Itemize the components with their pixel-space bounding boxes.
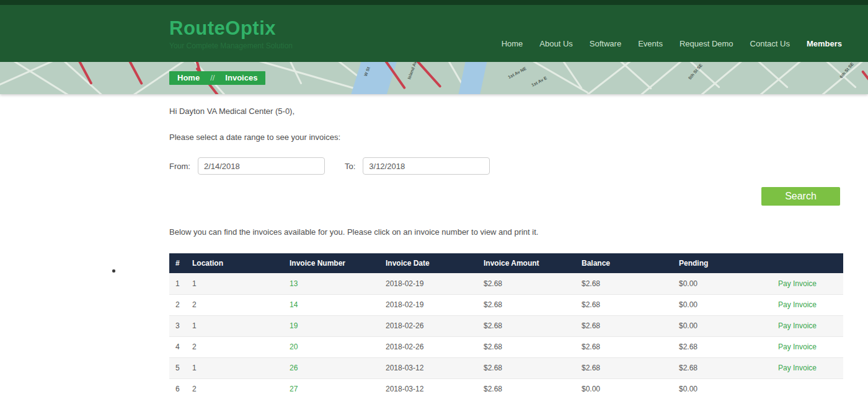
balance-cell: $2.68	[582, 357, 679, 378]
nav-item-about-us[interactable]: About Us	[539, 39, 572, 48]
nav-item-home[interactable]: Home	[502, 39, 523, 48]
map-road	[788, 62, 868, 94]
pay-invoice-cell-link[interactable]: Pay Invoice	[778, 279, 817, 288]
row-number-cell: 4	[169, 336, 192, 357]
invoice-amount-cell: $2.68	[484, 294, 582, 315]
invoice-date-cell: 2018-02-19	[386, 273, 484, 294]
row-number-cell: 5	[169, 357, 192, 378]
location-cell: 2	[192, 294, 290, 315]
to-date-input[interactable]	[363, 157, 490, 175]
invoice-number-cell: 19	[290, 315, 386, 336]
pending-cell: $0.00	[679, 315, 776, 336]
invoice-amount-cell: $2.68	[484, 378, 582, 397]
pending-cell: $0.00	[679, 378, 776, 397]
pay-invoice-cell: Pay Invoice	[776, 336, 843, 357]
breadcrumb: Home // Invoices	[169, 71, 265, 85]
column-header-number: #	[169, 253, 192, 273]
breadcrumb-current: Invoices	[225, 73, 257, 82]
stray-bullet-dot	[112, 269, 115, 273]
map-banner: W St Island Ave 1st Av NE 1st Av E 5th S…	[0, 62, 868, 94]
location-cell: 1	[192, 315, 290, 336]
breadcrumb-home-link[interactable]: Home	[177, 73, 200, 82]
invoice-date-cell: 2018-02-19	[386, 294, 484, 315]
pending-cell: $2.68	[679, 336, 776, 357]
map-road	[718, 62, 788, 89]
map-road	[582, 62, 652, 90]
invoice-date-cell: 2018-02-26	[386, 315, 484, 336]
invoice-row: 51262018-03-12$2.68$2.68$2.68Pay Invoice	[169, 357, 843, 378]
pay-invoice-cell-link[interactable]: Pay Invoice	[778, 364, 817, 372]
invoice-row: 62272018-03-12$2.68$0.00$0.00	[169, 378, 843, 397]
pending-cell: $0.00	[679, 294, 776, 315]
page: RouteOptix Your Complete Management Solu…	[0, 0, 868, 397]
row-number-cell: 6	[169, 378, 192, 397]
invoice-number-cell-link[interactable]: 13	[290, 279, 298, 288]
column-header-action	[776, 253, 843, 273]
site-tagline: Your Complete Management Solution	[169, 41, 293, 50]
nav-item-events[interactable]: Events	[638, 39, 663, 48]
nav-item-software[interactable]: Software	[590, 39, 621, 48]
balance-cell: $0.00	[582, 378, 679, 397]
invoice-amount-cell: $2.68	[484, 273, 582, 294]
greeting-text: Hi Dayton VA Medical Center (5-0),	[169, 107, 843, 116]
invoice-row: 22142018-02-19$2.68$2.68$0.00Pay Invoice	[169, 294, 843, 315]
column-header-pending: Pending	[679, 253, 776, 273]
pay-invoice-cell	[776, 378, 843, 397]
map-road	[17, 62, 106, 94]
table-intro-text: Below you can find the invoices availabl…	[169, 227, 843, 237]
invoice-date-cell: 2018-03-12	[386, 357, 484, 378]
main-content: Hi Dayton VA Medical Center (5-0), Pleas…	[0, 107, 868, 397]
map-street-label: Island Ave	[407, 62, 418, 80]
column-header-location: Location	[192, 253, 290, 273]
pending-cell: $0.00	[679, 273, 776, 294]
pending-cell: $2.68	[679, 357, 776, 378]
invoice-number-cell-link[interactable]: 20	[290, 342, 298, 351]
search-button[interactable]: Search	[761, 187, 840, 206]
invoice-number-cell: 20	[290, 336, 386, 357]
nav-item-contact-us[interactable]: Contact Us	[750, 39, 790, 48]
balance-cell: $2.68	[582, 315, 679, 336]
map-river	[457, 62, 488, 94]
pay-invoice-cell: Pay Invoice	[776, 357, 843, 378]
balance-cell: $2.68	[582, 294, 679, 315]
column-header-invoice-date: Invoice Date	[386, 253, 484, 273]
map-road	[667, 62, 758, 94]
invoice-number-cell-link[interactable]: 27	[290, 385, 298, 393]
invoice-amount-cell: $2.68	[484, 336, 582, 357]
location-cell: 1	[192, 357, 290, 378]
nav-item-members[interactable]: Members	[807, 39, 842, 48]
balance-cell: $2.68	[582, 336, 679, 357]
pay-invoice-cell: Pay Invoice	[776, 315, 843, 336]
pay-invoice-cell-link[interactable]: Pay Invoice	[778, 300, 817, 309]
invoice-number-cell: 14	[290, 294, 386, 315]
invoice-date-cell: 2018-03-12	[386, 378, 484, 397]
nav-item-request-demo[interactable]: Request Demo	[680, 39, 733, 48]
column-header-balance: Balance	[582, 253, 679, 273]
invoices-table-header: # Location Invoice Number Invoice Date I…	[169, 253, 843, 273]
invoice-number-cell: 13	[290, 273, 386, 294]
row-number-cell: 3	[169, 315, 192, 336]
balance-cell: $2.68	[582, 273, 679, 294]
map-highway	[392, 62, 442, 88]
invoice-number-cell-link[interactable]: 19	[290, 321, 298, 330]
to-label: To:	[345, 162, 355, 171]
invoice-amount-cell: $2.68	[484, 357, 582, 378]
invoice-date-cell: 2018-02-26	[386, 336, 484, 357]
map-road	[726, 62, 817, 94]
top-strip	[0, 0, 868, 5]
from-label: From:	[169, 162, 190, 171]
pay-invoice-cell-link[interactable]: Pay Invoice	[778, 342, 817, 351]
map-street-label: 1st Av E	[531, 76, 547, 87]
main-nav: HomeAbout UsSoftwareEventsRequest DemoCo…	[502, 39, 842, 48]
column-header-invoice-amount: Invoice Amount	[484, 253, 582, 273]
invoice-number-cell-link[interactable]: 26	[290, 364, 298, 372]
invoice-row: 31192018-02-26$2.68$2.68$0.00Pay Invoice	[169, 315, 843, 336]
invoice-number-cell-link[interactable]: 14	[290, 300, 298, 309]
pay-invoice-cell-link[interactable]: Pay Invoice	[778, 321, 817, 330]
location-cell: 2	[192, 378, 290, 397]
row-number-cell: 1	[169, 273, 192, 294]
date-range-prompt: Please select a date range to see your i…	[169, 133, 843, 142]
from-date-input[interactable]	[198, 157, 325, 175]
map-highway	[110, 62, 143, 85]
site-logo[interactable]: RouteOptix	[169, 17, 293, 40]
